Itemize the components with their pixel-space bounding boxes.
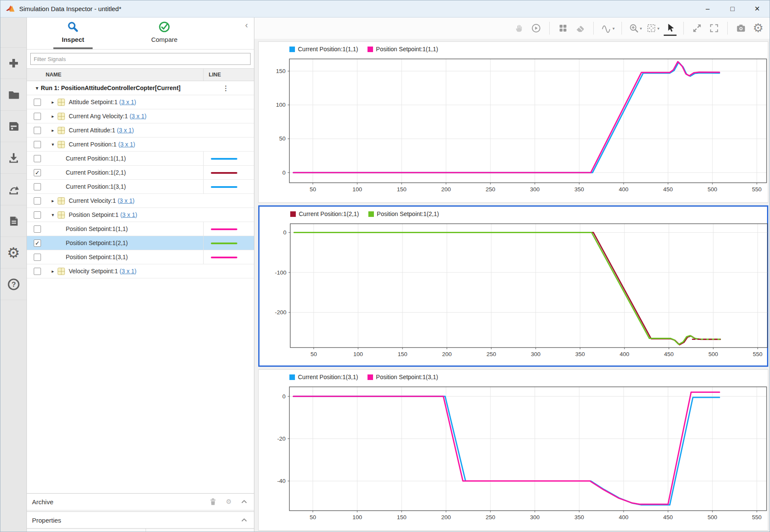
report-button[interactable] [0,205,26,237]
dimensions-link-text[interactable]: 3 x 1 [119,127,132,134]
caret-right-icon[interactable]: ▸ [52,99,54,105]
filter-signals-input[interactable] [30,53,251,65]
signal-label: Current Position:1(2,1) [66,169,126,176]
signal-checkbox[interactable] [34,99,41,106]
dimensions-link-text[interactable]: 3 x 1 [120,197,132,204]
chart-card-subplot-3[interactable]: 501001502002503003504004505005500-20-40C… [258,369,768,531]
svg-text:-40: -40 [277,478,286,484]
export-button[interactable] [0,174,26,205]
signal-row[interactable]: Current Position:1(3,1) [27,180,254,194]
legend-entry: Current Position:1(3,1) [289,374,358,380]
tab-compare[interactable]: Compare [141,21,188,43]
dimensions-link-text[interactable]: 3 x 1 [122,268,134,275]
signal-group-row[interactable]: ▸Attitude Setpoint:1 (3 x 1) [27,95,254,109]
signal-checkbox[interactable] [34,211,41,219]
signal-row[interactable]: Position Setpoint:1(1,1) [27,222,254,236]
caret-down-icon[interactable]: ▾ [52,212,54,218]
dimensions-link-text[interactable]: 3 x 1 [122,211,135,218]
line-style-swatch[interactable] [211,158,237,160]
import-button[interactable] [0,142,26,174]
table-header: NAME LINE [27,68,254,81]
run-row[interactable]: ▾Run 1: PositionAttitudeControllerCopter… [27,81,254,95]
minimize-button[interactable]: – [695,0,720,17]
signal-group-row[interactable]: ▾Position Setpoint:1 (3 x 1) [27,208,254,222]
signal-group-row[interactable]: ▸Velocity Setpoint:1 (3 x 1) [27,264,254,278]
signal-options-button[interactable]: ▾ [601,20,615,36]
tab-inspect[interactable]: Inspect [50,21,96,43]
fit-to-view-button[interactable]: ▾ [646,20,659,36]
collapse-properties-chevron-icon[interactable] [240,516,248,524]
dimensions-link-text[interactable]: 3 x 1 [121,99,134,105]
legend-entry: Current Position:1(1,1) [289,46,358,53]
collapse-archive-chevron-icon[interactable] [240,498,248,506]
expand-button[interactable] [691,20,703,36]
chart-card-subplot-2[interactable]: 501001502002503003504004505005500-100-20… [258,205,768,367]
line-style-swatch[interactable] [211,172,237,174]
check-circle-icon [158,21,170,33]
svg-text:150: 150 [397,514,407,520]
properties-bar[interactable]: Properties [27,512,254,528]
signal-checkbox[interactable]: ✓ [34,169,41,176]
dimensions-link-text[interactable]: 3 x 1 [131,113,144,120]
signal-checkbox[interactable] [34,127,41,134]
line-style-swatch[interactable] [211,243,237,244]
zoom-button[interactable]: ▾ [629,20,642,36]
help-button[interactable]: ? [0,269,26,300]
signal-group-row[interactable]: ▾Current Position:1 (3 x 1) [27,137,254,152]
signal-row[interactable]: Position Setpoint:1(3,1) [27,250,254,264]
caret-right-icon[interactable]: ▸ [52,114,54,119]
signal-checkbox[interactable] [34,183,41,190]
pan-hand-icon [514,23,524,33]
save-button[interactable] [0,111,26,142]
caret-right-icon[interactable]: ▸ [52,269,54,274]
chart-card-subplot-1[interactable]: 5010015020025030035040045050055005010015… [258,41,768,203]
collapse-panel-chevron-icon[interactable]: ‹ [245,20,248,30]
line-style-swatch[interactable] [211,257,237,258]
archive-settings-gear-icon[interactable]: ⚙ [225,498,233,506]
signal-group-row[interactable]: ▸Current Ang Velocity:1 (3 x 1) [27,109,254,123]
close-button[interactable]: ✕ [745,0,770,17]
chart-svg-subplot-2: 501001502002503003504004505005500-100-20… [260,207,770,368]
caret-right-icon[interactable]: ▸ [52,198,54,204]
line-style-swatch[interactable] [211,228,237,230]
signal-checkbox[interactable] [34,141,41,148]
signal-row[interactable]: ✓Current Position:1(2,1) [27,166,254,180]
open-button[interactable] [0,79,26,111]
signal-checkbox[interactable] [34,113,41,120]
signal-group-row[interactable]: ▸Current Velocity:1 (3 x 1) [27,194,254,208]
svg-text:0: 0 [283,229,286,236]
kebab-menu-icon[interactable]: ⋮ [222,84,229,92]
signal-checkbox[interactable]: ✓ [34,240,41,247]
signal-checkbox[interactable] [34,268,41,275]
caret-right-icon[interactable]: ▸ [52,128,54,133]
signal-checkbox[interactable] [34,254,41,261]
chart-svg-subplot-1: 5010015020025030035040045050055005010015… [259,42,769,203]
new-button[interactable] [0,47,26,79]
plot-settings-button[interactable]: ⚙ [752,20,764,36]
report-icon [8,215,20,228]
pan-button[interactable] [513,20,525,36]
maximize-button[interactable]: □ [720,0,745,17]
line-style-swatch[interactable] [211,186,237,188]
dimensions-link-text[interactable]: 3 x 1 [120,141,133,148]
plot-box-border [289,387,767,511]
trash-icon[interactable] [209,497,217,506]
properties-table-sliver [27,528,254,532]
archive-bar[interactable]: Archive ⚙ [27,493,254,510]
caret-down-icon[interactable]: ▾ [36,85,38,91]
snapshot-button[interactable] [735,20,747,36]
fullscreen-button[interactable] [708,20,720,36]
signal-checkbox[interactable] [34,197,41,205]
signal-row[interactable]: Current Position:1(1,1) [27,152,254,166]
clear-plots-button[interactable] [574,20,586,36]
select-cursor-button[interactable] [664,20,677,36]
signal-checkbox[interactable] [34,225,41,233]
signal-checkbox[interactable] [34,155,41,162]
caret-down-icon[interactable]: ▾ [52,142,54,147]
signal-row[interactable]: ✓Position Setpoint:1(2,1) [27,236,254,250]
legend-swatch [368,374,373,380]
subplots-layout-button[interactable] [557,20,569,36]
replay-button[interactable] [530,20,542,36]
settings-button[interactable]: ⚙ [0,237,26,269]
signal-group-row[interactable]: ▸Current Attitude:1 (3 x 1) [27,123,254,137]
